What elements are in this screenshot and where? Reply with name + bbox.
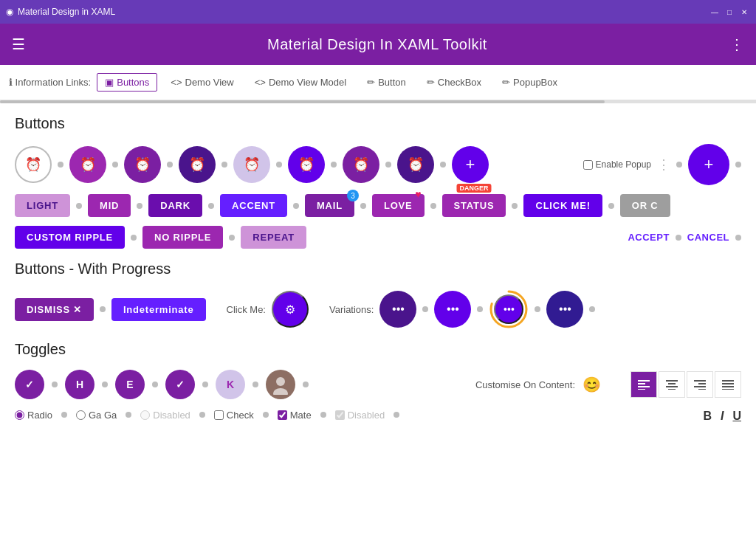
emoji-button[interactable]: 😊 (583, 376, 601, 393)
circle-btn-4[interactable]: ⏰ (233, 146, 270, 183)
fab-button[interactable]: + (688, 144, 729, 185)
status-btn-wrap: STATUS DANGER (442, 194, 506, 217)
ripple-dot-more (676, 162, 682, 168)
more-icon[interactable]: ⋮ (729, 35, 744, 53)
dark-button[interactable]: DARK (148, 194, 202, 217)
click-me-button[interactable]: CLICK ME! (523, 194, 602, 217)
align-justify-button[interactable] (715, 371, 741, 398)
custom-ripple-row: CUSTOM RIPPLE NO RIPPLE REPEAT ACCEPT CA… (15, 226, 741, 249)
hamburger-icon[interactable]: ☰ (12, 35, 25, 53)
radio-gaga[interactable]: Ga Ga (76, 410, 117, 421)
align-right-icon (694, 379, 706, 390)
info-bar: ℹ Information Links: ▣ Buttons <> Demo V… (0, 65, 756, 100)
toggle-avatar[interactable] (266, 370, 295, 399)
tab-buttons[interactable]: ▣ Buttons (97, 73, 157, 92)
ripple-dot-6 (385, 162, 391, 168)
ripple-t3 (202, 382, 208, 387)
tab-demo-view-model[interactable]: <> Demo View Model (247, 74, 354, 91)
maximize-button[interactable]: □ (724, 6, 735, 18)
tab-demo-view[interactable]: <> Demo View (163, 74, 241, 91)
buttons-tab-icon: ▣ (105, 77, 114, 88)
progress-section-title: Buttons - With Progress (15, 261, 741, 277)
close-button[interactable]: ✕ (738, 6, 750, 18)
gaga-radio-input[interactable] (76, 410, 86, 420)
popupbox-tab-label: PopupBox (513, 77, 557, 88)
minimize-button[interactable]: — (709, 6, 721, 18)
accent-button[interactable]: ACCENT (220, 194, 287, 217)
circle-btn-3[interactable]: ⏰ (179, 146, 216, 183)
ripple-dot-2 (167, 162, 173, 168)
ripple-pc3 (589, 306, 595, 312)
ripple-dot-fab (735, 162, 741, 168)
light-button[interactable]: LIGHT (15, 194, 70, 217)
toggle-check[interactable]: ✓ (15, 370, 44, 399)
click-me-label: Click Me: (227, 304, 266, 315)
mate-checkbox[interactable] (278, 410, 287, 420)
scroll-thumb[interactable] (0, 100, 605, 103)
indeterminate-button[interactable]: Indeterminate (111, 298, 206, 321)
circle-buttons-row: ⏰ ⏰ ⏰ ⏰ ⏰ ⏰ ⏰ ⏰ + Enable Popup ⋮ + (15, 144, 741, 185)
circle-btn-7[interactable]: ⏰ (397, 146, 434, 183)
underline-button[interactable]: U (732, 410, 741, 423)
ripple-status (512, 203, 518, 209)
dismiss-button[interactable]: DISMISS ✕ (15, 298, 94, 321)
toggle-e[interactable]: E (115, 370, 145, 399)
tab-popupbox[interactable]: ✏ PopupBox (495, 74, 565, 91)
dismiss-label: DISMISS (27, 304, 70, 315)
circle-btn-2[interactable]: ⏰ (124, 146, 161, 183)
cog-circle-button[interactable]: ⚙ (272, 291, 309, 328)
progress-circle-0[interactable]: ••• (379, 291, 416, 328)
radio-radio[interactable]: Radio (15, 410, 52, 421)
disabled-label: Disabled (153, 410, 190, 421)
ripple-dot-0 (58, 162, 63, 168)
accept-button[interactable]: ACCEPT (628, 232, 669, 243)
cancel-button[interactable]: CANCEL (687, 232, 729, 243)
ripple-dot-5 (331, 162, 337, 168)
ripple-click-me (608, 203, 614, 209)
tab-checkbox[interactable]: ✏ CheckBox (419, 74, 489, 91)
custom-ripple-button[interactable]: CUSTOM RIPPLE (15, 226, 125, 249)
status-button[interactable]: STATUS (442, 194, 506, 217)
align-right-button[interactable] (687, 371, 713, 398)
circle-btn-0[interactable]: ⏰ (15, 146, 52, 183)
dismiss-x-icon: ✕ (73, 304, 82, 315)
main-content: Buttons ⏰ ⏰ ⏰ ⏰ ⏰ ⏰ ⏰ ⏰ + Enable Popup ⋮… (0, 103, 756, 552)
progress-ring-button[interactable]: ••• (494, 294, 523, 324)
ripple-light (76, 203, 82, 209)
button-tab-label: Button (378, 77, 406, 88)
no-ripple-button[interactable]: NO RIPPLE (142, 226, 223, 249)
repeat-button[interactable]: REPEAT (241, 226, 306, 249)
mid-button[interactable]: MID (88, 194, 131, 217)
align-center-icon (666, 379, 678, 390)
ripple-mate (320, 412, 326, 418)
circle-btn-1[interactable]: ⏰ (69, 146, 106, 183)
ripple-accept (676, 235, 681, 241)
demo-view-model-label: Demo View Model (269, 77, 346, 88)
progress-circle-3[interactable]: ••• (546, 291, 583, 328)
info-label: ℹ Information Links: (9, 77, 91, 88)
ripple-mail (360, 203, 366, 209)
tab-button[interactable]: ✏ Button (360, 74, 413, 91)
enable-popup-checkbox[interactable] (583, 160, 593, 170)
check-mate[interactable]: Mate (278, 410, 312, 421)
check-check[interactable]: Check (214, 410, 254, 421)
orc-button[interactable]: OR C (620, 194, 670, 217)
circle-btn-plus[interactable]: + (452, 146, 489, 183)
ripple-disabled (199, 412, 205, 418)
title-bar-controls[interactable]: — □ ✕ (709, 6, 750, 18)
toggle-h[interactable]: H (65, 370, 94, 399)
circle-btn-5[interactable]: ⏰ (288, 146, 325, 183)
ripple-cancel (735, 235, 741, 241)
align-left-button[interactable] (630, 371, 657, 398)
toggle-k[interactable]: K (216, 370, 245, 399)
more-dots-button[interactable]: ⋮ (657, 156, 670, 173)
radio-radio-input[interactable] (15, 410, 24, 420)
check-checkbox[interactable] (214, 410, 224, 420)
app-icon: ◉ (6, 7, 13, 17)
toggle-check2[interactable]: ✓ (165, 370, 195, 399)
italic-button[interactable]: I (721, 410, 724, 423)
circle-btn-6[interactable]: ⏰ (343, 146, 379, 183)
align-center-button[interactable] (659, 371, 685, 398)
bold-button[interactable]: B (703, 410, 712, 423)
progress-circle-1[interactable]: ••• (434, 291, 471, 328)
